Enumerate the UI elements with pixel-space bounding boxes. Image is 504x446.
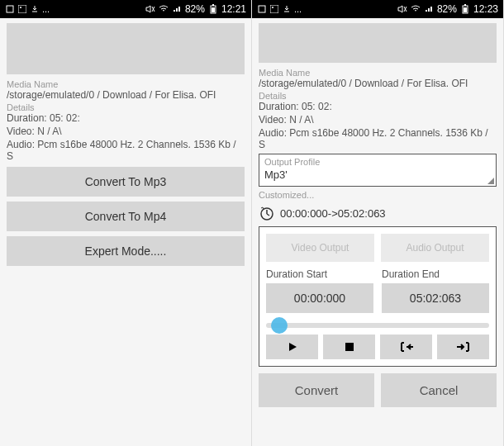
duration-start-value[interactable]: 00:00:000: [266, 283, 373, 313]
media-thumbnail: [7, 23, 245, 74]
wifi-icon: [411, 4, 421, 14]
tab-video-output[interactable]: Video Output: [266, 234, 374, 262]
wifi-icon: [159, 4, 169, 14]
expert-mode-button[interactable]: Expert Mode.....: [7, 236, 245, 266]
svg-rect-10: [464, 7, 467, 12]
media-name-value: /storage/emulated/0 / Download / For Eli…: [259, 78, 497, 89]
battery-icon: [460, 4, 470, 14]
status-more: ...: [42, 4, 50, 14]
output-profile-label: Output Profile: [264, 157, 491, 167]
app-square-icon: [5, 4, 15, 14]
status-more: ...: [294, 4, 302, 14]
svg-rect-11: [464, 4, 466, 6]
clock-text: 12:23: [473, 3, 498, 15]
time-range-row: 00:00:000->05:02:063: [259, 205, 497, 221]
video-value: Video: N / A\: [259, 114, 497, 126]
svg-point-8: [272, 7, 273, 8]
app-square-icon: [257, 4, 267, 14]
left-pane: ... 82% 12:21 Media Name /storage/emulat…: [0, 0, 252, 446]
duration-value: Duration: 05: 02:: [259, 101, 497, 112]
svg-rect-6: [259, 6, 265, 12]
stop-button[interactable]: [323, 334, 375, 359]
mark-in-icon: [398, 341, 415, 353]
convert-button[interactable]: Convert: [259, 373, 374, 407]
mark-start-button[interactable]: [380, 334, 432, 359]
audio-value: Audio: Pcm s16be 48000 Hz. 2 Channels. 1…: [259, 127, 497, 150]
svg-rect-0: [7, 6, 13, 12]
audio-value: Audio: Pcm s16be 48000 Hz. 2 Channels. 1…: [7, 139, 245, 162]
mute-icon: [145, 4, 155, 14]
download-icon: [30, 4, 40, 14]
right-pane: ... 82% 12:23 Media Name /storage/emulat…: [252, 0, 504, 446]
timer-icon: [259, 205, 275, 221]
duration-value: Duration: 05: 02:: [7, 112, 245, 124]
video-value: Video: N / A\: [7, 126, 245, 137]
duration-start-label: Duration Start: [266, 268, 373, 280]
download-icon: [282, 4, 292, 14]
duration-end-label: Duration End: [382, 268, 489, 280]
duration-end-value[interactable]: 05:02:063: [382, 283, 489, 313]
svg-rect-4: [212, 7, 215, 12]
svg-rect-1: [18, 5, 26, 13]
svg-rect-5: [212, 4, 214, 6]
resize-handle-icon: [487, 178, 494, 184]
details-label: Details: [7, 102, 245, 112]
battery-icon: [208, 4, 218, 14]
play-button[interactable]: [266, 334, 318, 359]
mark-end-button[interactable]: [437, 334, 489, 359]
mark-out-icon: [455, 341, 472, 353]
battery-text: 82%: [185, 3, 205, 15]
media-name-value: /storage/emulated/0 / Download / For Eli…: [7, 89, 245, 101]
output-settings-box: Video Output Audio Output Duration Start…: [259, 226, 497, 367]
media-name-label: Media Name: [7, 79, 245, 89]
play-icon: [287, 341, 298, 353]
signal-icon: [172, 4, 182, 14]
svg-rect-7: [270, 5, 278, 13]
media-name-label: Media Name: [259, 68, 497, 78]
slider-thumb[interactable]: [271, 317, 288, 334]
tab-audio-output[interactable]: Audio Output: [381, 234, 489, 262]
convert-mp4-button[interactable]: Convert To Mp4: [7, 202, 245, 231]
svg-point-2: [20, 7, 21, 8]
image-icon: [269, 4, 279, 14]
media-thumbnail: [259, 23, 497, 63]
seek-slider[interactable]: [266, 323, 489, 328]
output-profile-value: Mp3': [264, 168, 491, 181]
clock-text: 12:21: [221, 3, 246, 15]
time-range-text: 00:00:000->05:02:063: [280, 207, 386, 220]
image-icon: [17, 4, 27, 14]
cancel-button[interactable]: Cancel: [381, 373, 497, 407]
battery-text: 82%: [437, 3, 457, 15]
details-label: Details: [259, 91, 497, 101]
signal-icon: [424, 4, 434, 14]
customized-label: Customized...: [259, 190, 497, 200]
convert-mp3-button[interactable]: Convert To Mp3: [7, 167, 245, 197]
svg-rect-13: [345, 343, 354, 351]
output-profile-select[interactable]: Output Profile Mp3': [259, 154, 497, 187]
status-bar: ... 82% 12:21: [0, 0, 251, 18]
mute-icon: [397, 4, 407, 14]
stop-icon: [344, 341, 355, 353]
status-bar: ... 82% 12:23: [252, 0, 503, 18]
